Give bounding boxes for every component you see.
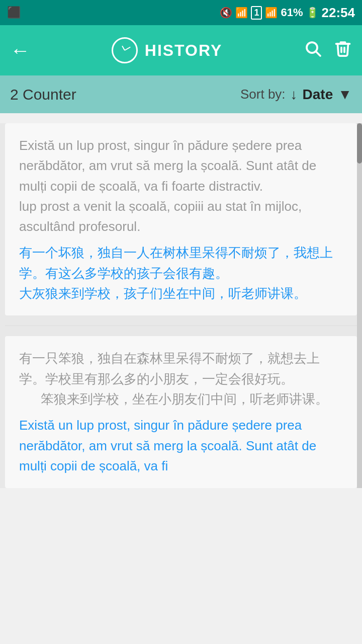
screen-icon: ⬛ xyxy=(7,6,21,19)
svg-line-1 xyxy=(316,51,320,55)
sim-icon: 1 xyxy=(251,6,262,20)
sort-arrow-icon: ↓ xyxy=(291,87,298,103)
card-2-chinese-text: Există un lup prost, singur în pădure șe… xyxy=(19,415,343,476)
status-left-icons: ⬛ xyxy=(7,6,21,19)
card-1-chinese-text: 有一个坏狼，独自一人在树林里呆得不耐烦了，我想上学。有这么多学校的孩子会很有趣。… xyxy=(19,243,343,303)
app-bar: ← HISTORY xyxy=(0,25,362,75)
sub-header: 2 Counter Sort by: ↓ Date ▼ xyxy=(0,75,362,113)
mute-icon: 🔇 xyxy=(220,7,232,19)
signal-icon: 📶 xyxy=(265,7,278,19)
delete-button[interactable] xyxy=(334,39,352,62)
app-bar-center: HISTORY xyxy=(112,37,222,63)
history-card-2: 有一只笨狼，独自在森林里呆得不耐烦了，就想去上学。学校里有那么多的小朋友，一定会… xyxy=(5,336,357,488)
sort-dropdown-icon[interactable]: ▼ xyxy=(338,87,352,103)
clock-icon xyxy=(112,37,138,63)
history-card-1: Există un lup prost, singur în pădure șe… xyxy=(5,123,357,315)
time-display: 22:54 xyxy=(322,5,355,21)
card-divider-1 xyxy=(5,326,357,326)
clock-hands xyxy=(118,43,132,57)
back-button[interactable]: ← xyxy=(10,39,30,62)
card-2-romanian-text: 有一只笨狼，独自在森林里呆得不耐烦了，就想去上学。学校里有那么多的小朋友，一定会… xyxy=(19,348,343,409)
battery-icon: 🔋 xyxy=(306,7,319,19)
search-button[interactable] xyxy=(304,39,322,62)
content-area: Există un lup prost, singur în pădure șe… xyxy=(0,123,362,488)
scrollbar-thumb[interactable] xyxy=(357,123,362,164)
sort-date-label: Date xyxy=(303,87,333,103)
scrollbar[interactable] xyxy=(357,123,362,488)
app-bar-left: ← xyxy=(10,39,30,62)
card-1-romanian-text: Există un lup prost, singur în pădure șe… xyxy=(19,135,343,236)
status-bar: ⬛ 🔇 📶 1 📶 61% 🔋 22:54 xyxy=(0,0,362,25)
battery-percent: 61% xyxy=(281,6,303,19)
counter-label: 2 Counter xyxy=(10,86,76,103)
app-bar-title: HISTORY xyxy=(145,41,222,60)
app-bar-right xyxy=(304,39,352,62)
wifi-icon: 📶 xyxy=(235,7,248,19)
clock-minute-hand xyxy=(124,47,130,51)
sort-by-label: Sort by: xyxy=(240,87,286,102)
sort-area[interactable]: Sort by: ↓ Date ▼ xyxy=(240,87,352,103)
status-right-info: 🔇 📶 1 📶 61% 🔋 22:54 xyxy=(220,5,355,21)
